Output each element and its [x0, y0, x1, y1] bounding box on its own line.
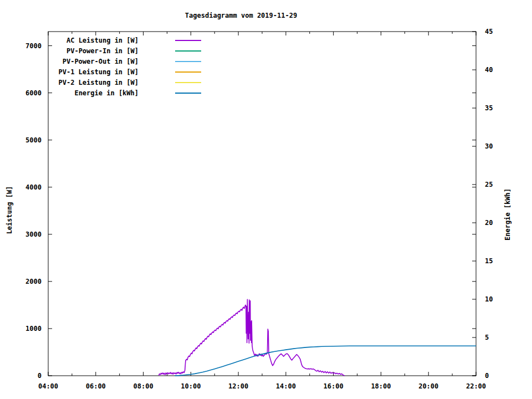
- legend-item: PV-1 Leistung in [W]: [43, 66, 201, 77]
- chart-title: Tagesdiagramm vom 2019-11-29: [0, 12, 482, 19]
- y1-tick-label: 1000: [25, 325, 42, 332]
- y2-tick-label: 45: [485, 28, 493, 35]
- y2-tick-label: 40: [485, 66, 493, 74]
- legend-item: Energie in [kWh]: [43, 88, 201, 98]
- legend-line-sample: [175, 61, 201, 62]
- y1-tick-label: 3000: [25, 231, 42, 238]
- y1-tick-label: 5000: [25, 136, 42, 144]
- legend-item: PV-2 Leistung in [W]: [43, 77, 201, 88]
- y2-tick-label: 0: [485, 372, 489, 380]
- legend-line-sample: [175, 93, 201, 94]
- y2-tick-label: 20: [485, 219, 493, 227]
- legend-item: PV-Power-In in [W]: [43, 45, 201, 56]
- x-tick-label: 04:00: [38, 382, 58, 390]
- legend-line-sample: [175, 40, 201, 41]
- legend-line-sample: [175, 50, 201, 52]
- y2-tick-label: 10: [485, 295, 493, 303]
- y2-tick-label: 25: [485, 181, 493, 188]
- y1-tick-label: 0: [38, 372, 42, 380]
- y1-tick-label: 6000: [25, 89, 42, 97]
- gnuplot-day-chart: 04:0006:0008:0010:0012:0014:0016:0018:00…: [0, 0, 532, 399]
- y2-tick-label: 35: [485, 104, 493, 112]
- y1-axis-title: Leistung [W]: [6, 177, 13, 243]
- x-tick-label: 10:00: [181, 382, 201, 390]
- y2-tick-label: 30: [485, 142, 493, 150]
- legend-label: PV-1 Leistung in [W]: [43, 68, 139, 76]
- legend-line-sample: [175, 71, 201, 73]
- x-tick-label: 16:00: [324, 382, 344, 390]
- legend-label: PV-Power-In in [W]: [43, 47, 139, 55]
- legend-item: AC Leistung in [W]: [43, 35, 201, 45]
- legend-label: PV-Power-Out in [W]: [43, 58, 139, 65]
- y2-tick-label: 15: [485, 257, 493, 265]
- x-tick-label: 14:00: [276, 382, 296, 390]
- x-tick-label: 18:00: [371, 382, 391, 390]
- y1-tick-label: 4000: [25, 183, 42, 191]
- legend-label: Energie in [kWh]: [43, 89, 139, 97]
- legend: AC Leistung in [W] PV-Power-In in [W] PV…: [43, 35, 201, 98]
- x-tick-label: 22:00: [466, 382, 486, 390]
- x-tick-label: 20:00: [418, 382, 438, 390]
- x-tick-label: 06:00: [86, 382, 106, 390]
- legend-item: PV-Power-Out in [W]: [43, 56, 201, 66]
- y1-tick-label: 2000: [25, 278, 42, 285]
- y1-tick-label: 7000: [25, 42, 42, 50]
- y2-axis-title: Energie [kWh]: [504, 181, 511, 248]
- legend-label: AC Leistung in [W]: [43, 37, 139, 44]
- y2-tick-label: 5: [485, 334, 489, 341]
- x-tick-label: 12:00: [228, 382, 248, 390]
- series-ac: [158, 299, 344, 376]
- x-tick-label: 08:00: [133, 382, 153, 390]
- legend-label: PV-2 Leistung in [W]: [43, 79, 139, 86]
- legend-line-sample: [175, 82, 201, 83]
